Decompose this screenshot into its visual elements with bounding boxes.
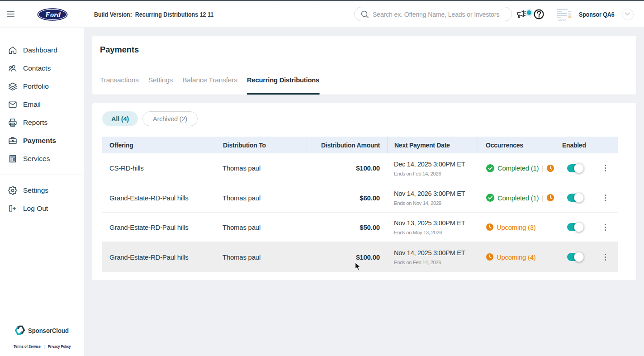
svg-text:Ford: Ford xyxy=(45,10,61,19)
